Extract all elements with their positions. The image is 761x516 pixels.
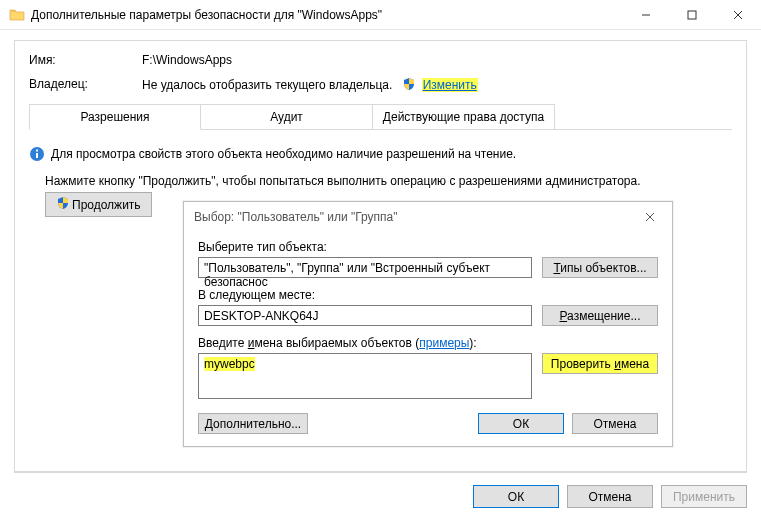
owner-label: Владелец: — [29, 77, 142, 94]
folder-icon — [9, 7, 25, 23]
info-text: Для просмотра свойств этого объекта необ… — [51, 147, 516, 161]
window-title: Дополнительные параметры безопасности дл… — [31, 8, 623, 22]
owner-value: Не удалось отобразить текущего владельца… — [142, 77, 478, 94]
examples-link[interactable]: примеры — [419, 336, 469, 350]
info-icon — [29, 146, 45, 162]
tab-audit[interactable]: Аудит — [201, 104, 373, 130]
names-label: Введите имена выбираемых объектов (приме… — [198, 336, 658, 350]
main-panel: Имя: F:\WindowsApps Владелец: Не удалось… — [14, 40, 747, 473]
check-names-button[interactable]: Проверить имена — [542, 353, 658, 374]
tab-bar: Разрешения Аудит Действующие права досту… — [29, 104, 732, 130]
shield-icon — [56, 196, 70, 213]
dialog-ok-button[interactable]: ОК — [478, 413, 564, 434]
maximize-button[interactable] — [669, 0, 715, 30]
window-controls — [623, 0, 761, 30]
continue-button[interactable]: Продолжить — [45, 192, 152, 217]
ok-button[interactable]: ОК — [473, 485, 559, 508]
minimize-button[interactable] — [623, 0, 669, 30]
advanced-button[interactable]: Дополнительно... — [198, 413, 308, 434]
svg-rect-6 — [36, 150, 38, 152]
name-value: F:\WindowsApps — [142, 53, 232, 67]
continue-label: Продолжить — [72, 198, 141, 212]
object-name-value: mywebpc — [204, 357, 255, 371]
dialog-title: Выбор: "Пользователь" или "Группа" — [194, 210, 398, 224]
dialog-close-button[interactable] — [636, 207, 664, 227]
object-type-field[interactable]: "Пользователь", "Группа" или "Встроенный… — [198, 257, 532, 278]
svg-rect-1 — [688, 11, 696, 19]
cancel-button[interactable]: Отмена — [567, 485, 653, 508]
select-user-dialog: Выбор: "Пользователь" или "Группа" Выбер… — [183, 201, 673, 447]
info-message: Для просмотра свойств этого объекта необ… — [29, 146, 732, 162]
shield-icon — [402, 77, 416, 94]
location-label: В следующем месте: — [198, 288, 658, 302]
continue-hint: Нажмите кнопку "Продолжить", чтобы попыт… — [45, 174, 732, 188]
main-button-bar: ОК Отмена Применить — [473, 485, 747, 508]
apply-button[interactable]: Применить — [661, 485, 747, 508]
name-label: Имя: — [29, 53, 142, 67]
close-button[interactable] — [715, 0, 761, 30]
change-owner-link[interactable]: Изменить — [422, 78, 478, 92]
object-type-label: Выберите тип объекта: — [198, 240, 658, 254]
titlebar: Дополнительные параметры безопасности дл… — [0, 0, 761, 30]
tab-effective[interactable]: Действующие права доступа — [373, 104, 555, 130]
owner-text: Не удалось отобразить текущего владельца… — [142, 78, 392, 92]
dialog-cancel-button[interactable]: Отмена — [572, 413, 658, 434]
dialog-titlebar: Выбор: "Пользователь" или "Группа" — [184, 202, 672, 232]
object-types-button[interactable]: Типы объектов... — [542, 257, 658, 278]
object-names-input[interactable]: mywebpc — [198, 353, 532, 399]
tab-permissions[interactable]: Разрешения — [29, 104, 201, 130]
svg-rect-5 — [36, 153, 38, 158]
locations-button[interactable]: Размещение... — [542, 305, 658, 326]
location-field[interactable]: DESKTOP-ANKQ64J — [198, 305, 532, 326]
